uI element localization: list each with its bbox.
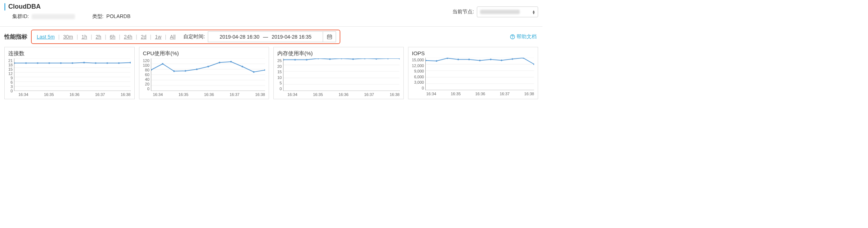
date-from: 2019-04-28 16:30 — [220, 34, 260, 40]
svg-point-18 — [25, 62, 27, 64]
y-tick: 21 — [8, 58, 13, 63]
svg-point-54 — [306, 59, 308, 60]
y-tick: 25 — [277, 58, 282, 63]
date-sep: — — [263, 34, 268, 40]
x-tick: 16:38 — [524, 92, 534, 96]
svg-point-69 — [426, 60, 426, 61]
chart-card-1: CPU使用率(%)12010080604020016:3416:3516:361… — [139, 47, 269, 99]
calendar-button[interactable] — [323, 31, 336, 42]
x-tick: 16:35 — [313, 92, 323, 97]
chart-plot — [14, 58, 130, 91]
x-tick: 16:35 — [451, 92, 461, 96]
svg-point-23 — [83, 62, 85, 63]
time-range-2h[interactable]: 2h — [94, 34, 103, 40]
time-range-6h[interactable]: 6h — [108, 34, 117, 40]
chart-title: IOPS — [412, 50, 534, 56]
y-tick: 12 — [8, 71, 13, 76]
chart-card-0: 连接数21181512963016:3416:3516:3616:3716:38 — [4, 47, 135, 99]
svg-point-77 — [512, 58, 513, 60]
svg-point-53 — [294, 59, 296, 60]
cluster-id-label: 集群ID: — [12, 13, 29, 19]
toolbar: 性能指标 Last 5m|30m|1h|2h|6h|24h|2d|1w|All … — [0, 27, 542, 47]
svg-point-17 — [14, 62, 15, 64]
svg-point-73 — [468, 59, 470, 60]
x-tick: 16:37 — [229, 92, 240, 97]
time-range-2d[interactable]: 2d — [139, 34, 148, 40]
page-title: CloudDBA — [8, 3, 41, 10]
svg-point-57 — [341, 58, 343, 59]
chart-cards: 连接数21181512963016:3416:3516:3616:3716:38… — [0, 47, 542, 104]
svg-point-20 — [49, 62, 50, 64]
x-tick: 16:37 — [95, 92, 105, 97]
svg-point-43 — [241, 66, 243, 67]
svg-point-72 — [457, 59, 459, 60]
svg-point-21 — [60, 62, 62, 64]
y-tick: 6 — [10, 80, 13, 84]
time-range-all[interactable]: All — [169, 34, 177, 40]
y-tick: 20 — [145, 82, 149, 86]
y-tick: 3 — [10, 84, 13, 89]
svg-point-60 — [376, 58, 377, 60]
custom-time-label: 自定时间: — [183, 34, 205, 40]
svg-point-75 — [490, 59, 491, 60]
svg-point-70 — [436, 60, 437, 62]
x-tick: 16:37 — [500, 92, 510, 96]
x-tick: 16:37 — [364, 92, 374, 97]
svg-point-71 — [447, 58, 448, 59]
y-tick: 0 — [422, 86, 424, 90]
time-range-last5m[interactable]: Last 5m — [35, 34, 56, 40]
y-tick: 0 — [147, 87, 149, 91]
y-tick: 40 — [145, 77, 149, 82]
y-tick: 15 — [277, 70, 282, 74]
svg-point-56 — [329, 58, 331, 60]
svg-point-76 — [501, 60, 502, 61]
range-separator: | — [105, 34, 106, 40]
x-tick: 16:36 — [339, 92, 349, 97]
select-arrows-icon: ▴▾ — [533, 10, 535, 14]
y-tick: 60 — [145, 73, 149, 77]
node-select-value — [480, 10, 520, 14]
svg-point-36 — [162, 63, 164, 65]
svg-rect-6 — [330, 37, 331, 38]
time-range-1w[interactable]: 1w — [153, 34, 163, 40]
type-label: 类型: — [92, 13, 104, 19]
chart-plot — [283, 58, 399, 91]
svg-point-19 — [37, 62, 39, 64]
y-tick: 18 — [8, 63, 13, 67]
node-select[interactable]: ▴▾ — [477, 6, 538, 17]
date-to: 2019-04-28 16:35 — [272, 34, 312, 40]
chart-card-2: 内存使用率(%)252015105016:3416:3516:3616:3716… — [273, 47, 404, 99]
y-tick: 15,000 — [412, 58, 424, 62]
y-tick: 9 — [10, 76, 13, 80]
svg-point-62 — [399, 58, 399, 59]
chart-title: CPU使用率(%) — [143, 50, 265, 57]
type-value: POLARDB — [106, 13, 130, 19]
range-separator: | — [119, 34, 120, 40]
help-docs-link[interactable]: 帮助文档 — [510, 34, 537, 40]
y-tick: 10 — [277, 75, 282, 80]
help-icon — [510, 34, 515, 39]
y-tick: 12,000 — [412, 63, 424, 68]
x-tick: 16:34 — [287, 92, 297, 97]
svg-point-42 — [230, 61, 232, 62]
y-tick: 100 — [143, 63, 149, 67]
y-tick: 3,000 — [414, 80, 424, 84]
svg-point-8 — [512, 38, 513, 39]
date-range-input[interactable]: 2019-04-28 16:30 — 2019-04-28 16:35 — [208, 31, 323, 42]
time-range-30m[interactable]: 30m — [62, 34, 74, 40]
time-range-24h[interactable]: 24h — [122, 34, 134, 40]
cluster-id-value — [32, 14, 75, 19]
svg-point-40 — [207, 66, 209, 67]
time-range-1h[interactable]: 1h — [80, 34, 89, 40]
svg-point-37 — [173, 70, 175, 72]
svg-rect-4 — [328, 37, 329, 38]
chart-card-3: IOPS15,00012,0009,0006,0003,000016:3416:… — [408, 47, 538, 99]
svg-point-41 — [219, 62, 220, 63]
svg-point-39 — [196, 69, 198, 70]
range-separator: | — [77, 34, 78, 40]
x-tick: 16:34 — [153, 92, 163, 97]
y-tick: 15 — [8, 67, 13, 71]
time-range-highlight: Last 5m|30m|1h|2h|6h|24h|2d|1w|All 自定时间:… — [31, 30, 340, 44]
svg-point-55 — [318, 58, 319, 59]
svg-point-45 — [264, 69, 265, 71]
